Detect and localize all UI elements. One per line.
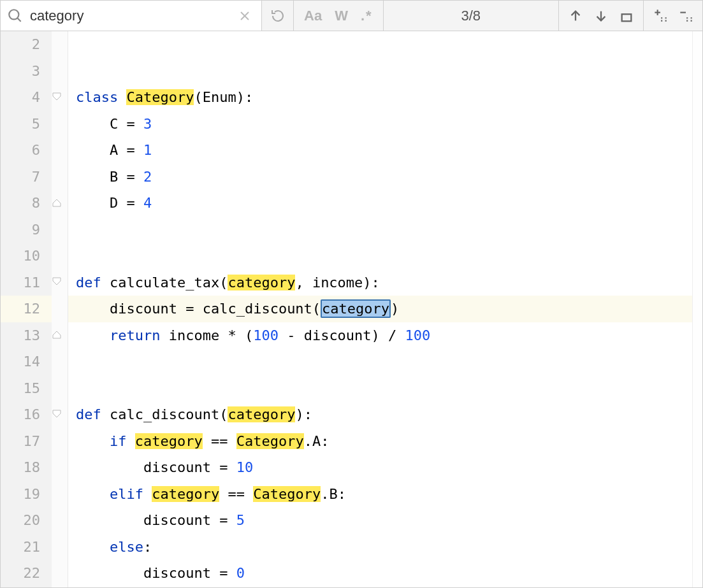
nav-buttons [559, 1, 644, 31]
fold-icon[interactable] [52, 329, 66, 341]
selection-tools [644, 1, 702, 31]
fold-icon[interactable] [52, 92, 66, 103]
remove-selection-icon[interactable] [673, 1, 699, 31]
whole-word-toggle[interactable]: W [328, 1, 354, 31]
search-icon[interactable] [7, 8, 24, 24]
editor: 2 3 4 5 6 7 8 9 10 11 12 13 14 15 16 17 … [1, 31, 702, 587]
fold-icon[interactable] [52, 409, 66, 420]
code-area[interactable]: class Category(Enum): C = 3 A = 1 B = 2 … [68, 31, 692, 587]
fold-icon[interactable] [52, 276, 66, 288]
current-match: category [321, 299, 391, 318]
line-number: 2 [1, 31, 52, 58]
code-line: class Category(Enum): [68, 84, 692, 111]
search-area [1, 1, 262, 31]
clear-icon[interactable] [233, 1, 256, 31]
fold-icon[interactable] [52, 197, 66, 209]
svg-line-1 [17, 18, 20, 21]
current-line: discount = calc_discount(category) [68, 296, 692, 322]
fold-column [52, 31, 68, 587]
match-case-toggle[interactable]: Aa [298, 1, 328, 31]
find-toolbar: Aa W .* 3/8 [1, 1, 702, 31]
svg-rect-6 [622, 14, 632, 21]
history-icon[interactable] [262, 1, 294, 31]
prev-match-icon[interactable] [563, 1, 588, 31]
search-input[interactable] [29, 7, 228, 25]
add-selection-icon[interactable] [648, 1, 673, 31]
line-gutter: 2 3 4 5 6 7 8 9 10 11 12 13 14 15 16 17 … [1, 31, 52, 587]
svg-point-0 [9, 10, 18, 19]
search-options: Aa W .* [294, 1, 384, 31]
next-match-icon[interactable] [588, 1, 614, 31]
regex-toggle[interactable]: .* [354, 1, 379, 31]
match-counter: 3/8 [384, 1, 559, 31]
select-all-icon[interactable] [614, 1, 639, 31]
marker-stripe[interactable] [692, 31, 702, 587]
